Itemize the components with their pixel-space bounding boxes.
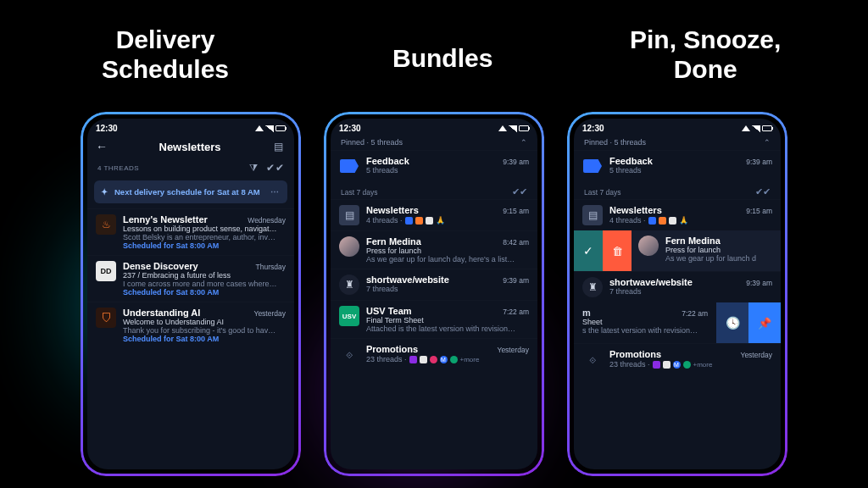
thread-count: 4 THREADS — [97, 164, 139, 172]
chip-icon — [683, 361, 691, 369]
pin-icon: 📌 — [758, 317, 771, 330]
thread-item[interactable]: USV USV Team7:22 am Final Term Sheet Att… — [331, 300, 537, 338]
trash-icon: 🗑 — [612, 245, 623, 258]
swipe-snooze-button[interactable]: 🕓 — [716, 302, 748, 343]
signal-icon — [265, 125, 274, 132]
bundle-item[interactable]: ♜ shortwave/website9:39 am 7 threads — [331, 269, 537, 300]
sender-icon: ⛉ — [96, 308, 116, 328]
bundle-meta: 7 threads — [366, 285, 529, 293]
swipe-trash-button[interactable]: 🗑 — [603, 230, 632, 271]
phone-bundles: 12:30 Pinned · 5 threads ⌃ Feedback9:39 … — [324, 112, 544, 476]
swiped-thread[interactable]: ✓ 🗑 Fern Medina Press for launch As we g… — [574, 230, 781, 271]
wifi-icon — [742, 125, 750, 131]
mark-done-icon[interactable]: ✔✔ — [512, 186, 527, 197]
thread-title: Dense Discovery — [123, 261, 198, 271]
chip-icon — [430, 356, 437, 363]
thread-title: Understanding AI — [123, 308, 200, 318]
pinned-section[interactable]: Pinned · 5 threads — [341, 138, 403, 147]
label-icon — [582, 156, 603, 176]
bundle-time: 9:39 am — [503, 276, 529, 285]
section-last7: Last 7 days — [341, 188, 377, 197]
thread-preview: Scott Belsky is an entrepreneur, author,… — [123, 233, 286, 241]
thread-subject: Sheet — [582, 318, 708, 326]
status-time: 12:30 — [582, 124, 604, 133]
bundle-item[interactable]: ♜ shortwave/website9:39 am 7 threads — [574, 271, 781, 302]
thread-time: Wednesday — [248, 216, 286, 225]
bundle-item[interactable]: Feedback9:39 am 5 threads — [331, 150, 537, 181]
github-icon: ♜ — [339, 274, 359, 295]
bundle-time: Yesterday — [498, 346, 530, 354]
pinned-section[interactable]: Pinned · 5 threads — [584, 138, 646, 147]
mark-done-icon[interactable]: ✔✔ — [755, 186, 771, 197]
thread-subject: Final Term Sheet — [366, 316, 529, 324]
wifi-icon — [498, 125, 507, 131]
signal-icon — [509, 125, 517, 132]
delivery-banner[interactable]: ✦ Next delivery schedule for Sat at 8 AM… — [94, 180, 287, 203]
more-icon[interactable]: ⋯ — [270, 187, 281, 197]
bundle-meta: 23 threads · — [609, 360, 650, 369]
thread-preview: I come across more and more cases where… — [123, 280, 286, 288]
bundle-title: shortwave/website — [366, 274, 449, 285]
bundle-meta: 5 threads — [366, 166, 529, 175]
bundle-time: 9:39 am — [503, 158, 529, 166]
thread-time: Thursday — [256, 263, 286, 271]
thread-subject: Press for launch — [665, 246, 774, 254]
chip-icon — [450, 356, 458, 363]
check-icon: ✓ — [583, 244, 593, 258]
collapse-icon[interactable]: ⌃ — [520, 138, 527, 147]
chip-icon: 🙏 — [436, 216, 445, 225]
battery-icon — [519, 125, 529, 131]
thread-item[interactable]: Fern Medina8:42 am Press for launch As w… — [331, 230, 537, 269]
github-icon: ♜ — [582, 277, 603, 297]
bundle-item[interactable]: ▤ Newsletters9:15 am 4 threads · 🙏 — [331, 199, 537, 230]
bundle-item[interactable]: Feedback9:39 am 5 threads — [574, 150, 781, 181]
bundle-meta: 5 threads — [609, 166, 772, 175]
chip-icon — [420, 356, 427, 363]
thread-title: m — [582, 308, 591, 318]
collapse-icon[interactable]: ⌃ — [764, 138, 771, 147]
bundle-item[interactable]: ▤ Newsletters9:15 am 4 threads · 🙏 — [574, 199, 781, 230]
swipe-pin-button[interactable]: 📌 — [748, 302, 781, 343]
back-icon[interactable]: ← — [96, 140, 108, 153]
signal-icon — [752, 125, 760, 132]
filter-icon[interactable]: ⧩ — [249, 162, 258, 174]
bundle-item[interactable]: ⟐ PromotionsYesterday 23 threads · M +mo… — [574, 343, 781, 374]
bundle-time: 9:15 am — [503, 207, 529, 215]
sender-icon: ♨ — [96, 214, 116, 235]
screen-title: Newsletters — [159, 141, 221, 153]
thread-title: Lenny's Newsletter — [123, 214, 208, 225]
thread-time: Yesterday — [254, 309, 287, 318]
chip-icon: 🙏 — [679, 216, 688, 225]
thread-item[interactable]: ♨ Lenny's NewsletterWednesday Lessons on… — [87, 208, 294, 255]
wifi-icon — [255, 125, 264, 131]
thread-subject: Press for launch — [366, 247, 529, 255]
thread-title: USV Team — [366, 306, 412, 316]
status-time: 12:30 — [96, 124, 118, 133]
bundle-meta: 4 threads · — [609, 216, 646, 225]
swipe-done-button[interactable]: ✓ — [574, 230, 603, 271]
mark-done-icon[interactable]: ✔✔ — [266, 162, 284, 174]
status-time: 12:30 — [339, 124, 361, 133]
sender-icon: DD — [96, 261, 116, 281]
bundle-title: Newsletters — [366, 205, 419, 215]
thread-title: Fern Medina — [665, 236, 721, 246]
bundle-settings-icon[interactable]: ▤ — [272, 140, 286, 153]
bundle-title: Feedback — [609, 156, 653, 166]
chip-icon — [405, 217, 413, 225]
avatar — [638, 236, 659, 256]
chip-icon — [663, 361, 670, 369]
bundle-title: Promotions — [366, 344, 418, 354]
tag-icon: ⟐ — [339, 344, 359, 364]
chip-icon — [653, 361, 660, 369]
bundle-meta: 7 threads — [609, 287, 772, 296]
tag-icon: ⟐ — [582, 349, 603, 369]
headline-pinsnooze: Pin, Snooze, Done — [630, 25, 781, 84]
thread-item[interactable]: ⛉ Understanding AIYesterday Welcome to U… — [87, 302, 294, 348]
avatar — [339, 236, 359, 257]
thread-time: 7:22 am — [503, 308, 529, 316]
bundle-item[interactable]: ⟐ PromotionsYesterday 23 threads · M +mo… — [331, 338, 537, 369]
bundle-title: Newsletters — [609, 205, 662, 215]
thread-preview: As we gear up for launch d — [665, 254, 774, 263]
bundle-time: Yesterday — [741, 351, 773, 359]
thread-item[interactable]: DD Dense DiscoveryThursday 237 / Embraci… — [87, 255, 294, 302]
